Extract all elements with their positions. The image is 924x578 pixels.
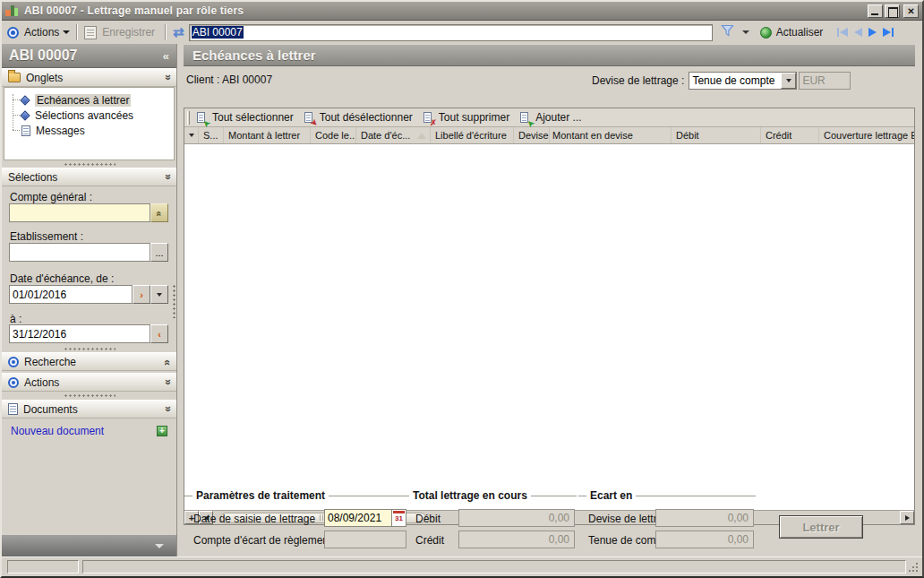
delete-all-button[interactable]: ✗ Tout supprimer (422, 111, 509, 125)
chevron-up-icon (161, 407, 174, 412)
client-label: Client : ABI 00007 (186, 73, 272, 86)
new-document-row: Nouveau document + (2, 424, 176, 438)
column-header-libelle[interactable]: Libellé d'écriture (431, 127, 514, 143)
sidebar-collapse-button[interactable]: « (163, 49, 169, 63)
add-document-button[interactable]: + (157, 426, 167, 436)
select-all-button[interactable]: ➤ Tout sélectionner (195, 111, 294, 125)
minimize-button[interactable] (868, 4, 883, 18)
tree-item-messages[interactable]: Messages (4, 123, 174, 138)
filter-icon[interactable] (721, 24, 735, 41)
resize-grip[interactable] (909, 563, 911, 565)
echeances-grid: ➤ Tout sélectionner ➤ Tout désélectionne… (184, 108, 915, 525)
etablissement-label: Etablissement : (10, 230, 83, 243)
debit-total-field: 0,00 (458, 509, 575, 527)
etablissement-field: ... (9, 243, 168, 262)
app-icon (5, 4, 19, 17)
date-copy-forward-button[interactable]: › (133, 285, 150, 304)
date-from-field: › (9, 285, 168, 304)
section-recherche[interactable]: Recherche (2, 352, 176, 371)
save-button[interactable]: Enregistrer (102, 26, 155, 39)
compte-general-field (9, 203, 168, 222)
calendar-icon[interactable]: 31 (391, 510, 406, 526)
etablissement-input[interactable] (9, 243, 150, 262)
actions-menu-button[interactable]: Actions (24, 26, 59, 39)
next-record-button[interactable] (868, 28, 877, 37)
filter-dropdown-caret[interactable] (742, 30, 749, 34)
date-to-input[interactable] (9, 324, 150, 343)
column-header-date-echeance[interactable]: Date d'éc... (356, 127, 431, 143)
splitter-handle[interactable] (2, 394, 176, 398)
date-from-input[interactable] (9, 285, 133, 304)
page-title: Echéances à lettrer (184, 45, 915, 66)
sync-icon: ⇄ (173, 26, 184, 39)
actions-caret-icon (63, 30, 70, 34)
compte-general-label: Compte général : (10, 191, 92, 203)
window-title: ABI 00007 - Lettrage manuel par rôle tie… (24, 4, 244, 17)
documents-icon (8, 403, 18, 415)
devise-combobox[interactable]: Tenue de compte (689, 72, 797, 90)
column-chooser-button[interactable] (184, 127, 199, 143)
column-header-montant-en-devise[interactable]: Montant en devise (550, 127, 672, 143)
splitter-handle[interactable] (2, 163, 176, 167)
new-document-link[interactable]: Nouveau document (11, 425, 104, 437)
column-header-montant-a-lettrer[interactable]: Montant à lettrer (224, 127, 311, 143)
actions-section-icon (8, 377, 19, 388)
chevron-up-icon (161, 175, 174, 180)
sidebar-resize-grip[interactable] (173, 284, 175, 318)
maximize-button[interactable] (885, 4, 900, 18)
splitter-handle[interactable] (2, 348, 176, 351)
section-documents[interactable]: Documents (2, 400, 176, 418)
deselect-all-button[interactable]: ➤ Tout désélectionner (303, 111, 413, 125)
treatment-footer: Paramètres de traitement Date de saisie … (177, 487, 922, 558)
toolbar-separator (76, 24, 78, 40)
previous-record-button[interactable] (854, 28, 862, 37)
column-header-selection[interactable]: S... (199, 127, 224, 143)
date-to-field: ‹ (9, 324, 168, 343)
record-search-input[interactable]: ABI 00007 (189, 24, 713, 41)
last-record-button[interactable] (883, 28, 894, 37)
compte-general-lookup-button[interactable] (150, 203, 168, 222)
section-selections[interactable]: Sélections (2, 168, 176, 186)
sidebar-bottom-bar[interactable] (2, 535, 176, 556)
tree-item-selections-avancees[interactable]: Sélections avancées (4, 108, 174, 123)
ecart-devise-field: 0,00 (655, 509, 754, 527)
main-toolbar: Actions Enregistrer ⇄ ABI 00007 Actualis… (2, 21, 922, 44)
date-from-dropdown-button[interactable] (150, 285, 168, 304)
devise-dropdown-button[interactable] (781, 73, 796, 89)
date-copy-back-button[interactable]: ‹ (150, 324, 168, 343)
section-onglets[interactable]: Onglets (2, 68, 176, 87)
column-header-devise[interactable]: Devise (514, 127, 550, 143)
tree-item-echeances[interactable]: Echéances à lettrer (4, 92, 174, 108)
tree-item-label: Sélections avancées (35, 109, 133, 122)
column-header-credit[interactable]: Crédit (761, 127, 819, 143)
devise-code-field: EUR (799, 72, 851, 90)
section-actions[interactable]: Actions (2, 373, 176, 392)
first-record-button[interactable] (837, 28, 848, 37)
onglets-tree: Echéances à lettrer Sélections avancées … (4, 87, 175, 160)
main-panel: Echéances à lettrer Client : ABI 00007 D… (177, 44, 922, 556)
tree-item-label: Echéances à lettrer (35, 94, 131, 107)
column-header-debit[interactable]: Débit (672, 127, 761, 143)
lettrer-button[interactable]: Lettrer (779, 515, 863, 539)
grid-body-empty[interactable] (184, 144, 914, 510)
add-button[interactable]: ➤ Ajouter ... (518, 111, 581, 125)
column-header-code-lettrage[interactable]: Code le... (311, 127, 356, 143)
body-area: ABI 00007 « Onglets Echéances à lettrer … (2, 44, 922, 556)
sidebar-header: ABI 00007 « (2, 44, 176, 68)
etablissement-browse-button[interactable]: ... (150, 243, 168, 262)
credit-label: Crédit (415, 534, 444, 547)
section-selections-label: Sélections (8, 171, 57, 184)
save-icon (84, 26, 97, 39)
date-entry-input[interactable] (325, 510, 391, 526)
devise-label: Devise de lettrage : (592, 74, 684, 87)
refresh-button[interactable]: Actualiser (776, 26, 824, 39)
column-header-couverture[interactable]: Couverture lettrage E (819, 127, 914, 143)
page-icon (21, 125, 30, 136)
status-panel-left (7, 560, 79, 574)
select-all-icon: ➤ (195, 111, 209, 125)
close-button[interactable] (903, 4, 919, 18)
diamond-icon (20, 110, 30, 120)
ecart-account-field (324, 531, 406, 548)
compte-general-input[interactable] (9, 203, 150, 222)
section-documents-label: Documents (23, 403, 78, 416)
